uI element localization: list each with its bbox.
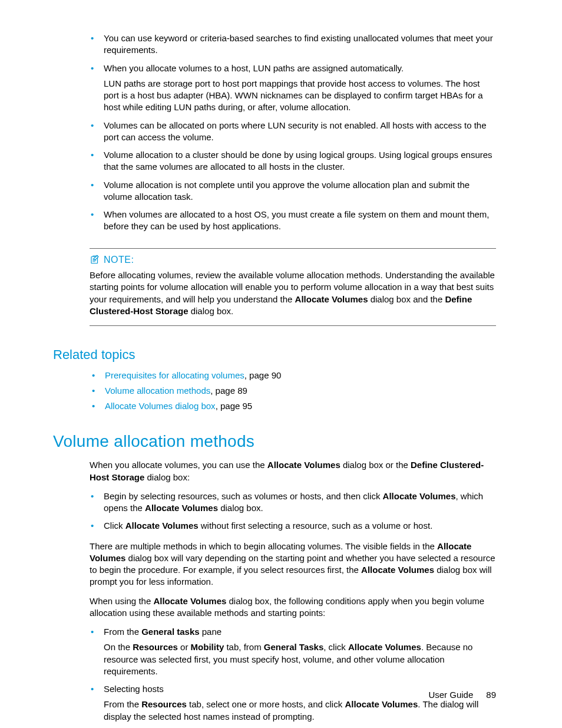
related-link[interactable]: Volume allocation methods — [105, 386, 210, 396]
text: Selecting hosts — [104, 684, 164, 694]
page-footer: User Guide89 — [428, 689, 496, 701]
bold-text: Allocate Volumes — [383, 491, 456, 501]
text: When using the — [90, 596, 153, 606]
bullet-text: When volumes are allocated to a host OS,… — [104, 209, 490, 231]
bold-text: Allocate Volumes — [145, 503, 218, 513]
list-item: Click Allocate Volumes without first sel… — [90, 520, 496, 532]
text: tab, from — [224, 642, 264, 652]
note-icon — [90, 254, 100, 265]
list-item: Volume allocation to a cluster should be… — [90, 149, 496, 173]
text: dialog box: — [144, 472, 190, 482]
list-item: When you allocate volumes to a host, LUN… — [90, 62, 496, 114]
text: Click — [104, 521, 125, 531]
bullet-subtext: LUN paths are storage port to host port … — [104, 78, 496, 114]
list-item: Volume allocation is not complete until … — [90, 179, 496, 203]
bold-text: Allocate Volumes — [125, 521, 199, 531]
related-topics-heading: Related topics — [53, 346, 496, 364]
text: without first selecting a resource, such… — [199, 521, 433, 531]
text: Begin by selecting resources, such as vo… — [104, 491, 383, 501]
list-item: When volumes are allocated to a host OS,… — [90, 209, 496, 233]
list-item: From the General tasks pane On the Resou… — [90, 626, 496, 677]
list-item: Begin by selecting resources, such as vo… — [90, 490, 496, 515]
page-number: 89 — [486, 690, 496, 700]
item-detail: From the Resources tab, select one or mo… — [104, 699, 496, 723]
note-label: NOTE: — [104, 253, 134, 266]
note-bold: Allocate Volumes — [295, 294, 368, 304]
text: pane — [200, 627, 222, 637]
note-text: dialog box and the — [368, 294, 445, 304]
section-heading: Volume allocation methods — [53, 430, 496, 453]
text: tab, select one or more hosts, and click — [187, 699, 345, 709]
text: On the — [104, 642, 133, 652]
document-page: You can use keyword or criteria-based se… — [0, 0, 562, 728]
bold-text: Resources — [133, 642, 178, 652]
paragraph: When using the Allocate Volumes dialog b… — [90, 595, 496, 620]
paragraph: There are multiple methods in which to b… — [90, 541, 496, 588]
item-detail: On the Resources or Mobility tab, from G… — [104, 641, 496, 677]
bold-text: Allocate Volumes — [345, 699, 418, 709]
text: dialog box. — [218, 503, 263, 513]
bold-text: Allocate Volumes — [348, 642, 421, 652]
note-text: dialog box. — [189, 306, 234, 316]
note-body: Before allocating volumes, review the av… — [90, 269, 496, 317]
bold-text: Allocate Volumes — [267, 460, 340, 470]
bold-text: General tasks — [141, 627, 199, 637]
text: From the — [104, 627, 141, 637]
bold-text: Resources — [141, 699, 187, 709]
page-ref: , page 90 — [244, 370, 282, 380]
text: There are multiple methods in which to b… — [90, 541, 437, 551]
related-topics-list: Prerequisites for allocating volumes, pa… — [91, 370, 496, 413]
page-ref: , page 89 — [210, 386, 247, 396]
text: , click — [323, 642, 348, 652]
page-ref: , page 95 — [216, 401, 253, 411]
related-link[interactable]: Allocate Volumes dialog box — [105, 401, 216, 411]
related-link[interactable]: Prerequisites for allocating volumes — [105, 370, 244, 380]
conditions-list: From the General tasks pane On the Resou… — [90, 626, 496, 723]
bullet-text: Volume allocation to a cluster should be… — [104, 150, 492, 172]
paragraph: When you allocate volumes, you can use t… — [90, 459, 496, 483]
bullet-text: You can use keyword or criteria-based se… — [104, 33, 493, 55]
bold-text: Allocate Volumes — [361, 565, 434, 575]
footer-label: User Guide — [428, 690, 473, 700]
text: or — [178, 642, 191, 652]
list-item: Prerequisites for allocating volumes, pa… — [91, 370, 496, 381]
note-block: NOTE: Before allocating volumes, review … — [90, 248, 496, 327]
bullet-text: Volume allocation is not complete until … — [104, 180, 470, 202]
method-options-list: Begin by selecting resources, such as vo… — [90, 490, 496, 532]
text: When you allocate volumes, you can use t… — [90, 460, 267, 470]
bold-text: Allocate Volumes — [153, 596, 226, 606]
bullet-text: Volumes can be allocated on ports where … — [104, 120, 487, 142]
intro-bullet-list: You can use keyword or criteria-based se… — [90, 32, 496, 233]
bold-text: Mobility — [191, 642, 224, 652]
list-item: Volumes can be allocated on ports where … — [90, 120, 496, 144]
bullet-text: When you allocate volumes to a host, LUN… — [104, 63, 404, 73]
bold-text: General Tasks — [264, 642, 323, 652]
list-item: You can use keyword or criteria-based se… — [90, 32, 496, 57]
text: From the — [104, 699, 141, 709]
text: dialog box or the — [340, 460, 411, 470]
list-item: Volume allocation methods, page 89 — [91, 385, 496, 397]
list-item: Allocate Volumes dialog box, page 95 — [91, 400, 496, 412]
